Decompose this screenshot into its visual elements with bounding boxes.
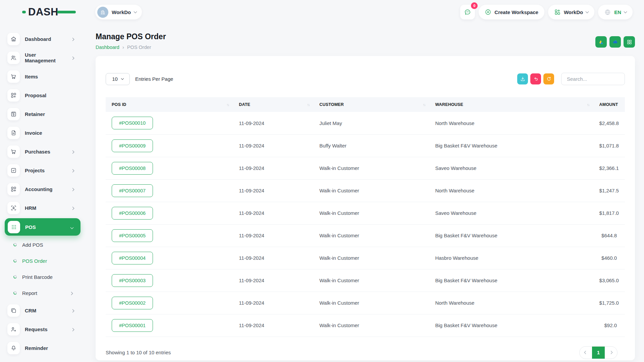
sidebar-item-dashboard[interactable]: Dashboard xyxy=(0,29,87,48)
date-cell: 11-09-2024 xyxy=(233,247,313,269)
amount-cell: $1,247.5 xyxy=(593,179,625,202)
create-workspace-button[interactable]: Create Workspace xyxy=(479,5,544,19)
chevron-right-icon xyxy=(609,351,613,354)
sidebar-item-accounting[interactable]: Accounting xyxy=(0,180,87,198)
sidebar-item-reminder[interactable]: Reminder xyxy=(0,339,87,357)
user-plus-icon xyxy=(10,326,17,333)
previous-page-button[interactable] xyxy=(580,347,592,359)
chevron-down-icon xyxy=(586,10,589,13)
reset-button[interactable] xyxy=(530,73,541,84)
customer-cell: Walk-in Customer xyxy=(313,314,429,337)
amount-cell: $1,817.0 xyxy=(593,202,625,224)
pos-id-button[interactable]: #POS00005 xyxy=(112,229,153,242)
table-header-row: POS ID↑↓ DATE↑↓ CUSTOMER↑↓ WAREHOUSE↑↓ A… xyxy=(106,97,625,112)
pos-id-button[interactable]: #POS00007 xyxy=(112,184,153,197)
sidebar-item-invoice[interactable]: Invoice xyxy=(0,123,87,142)
column-header-date[interactable]: DATE↑↓ xyxy=(233,97,313,112)
sidebar-subitem-add-pos[interactable]: Add POS xyxy=(0,237,87,253)
onedrive-button[interactable] xyxy=(609,36,621,48)
column-header-warehouse[interactable]: WAREHOUSE↑↓ xyxy=(429,97,593,112)
table-row: #POS00010 11-09-2024 Juliet May North Wa… xyxy=(106,112,625,134)
date-cell: 11-09-2024 xyxy=(233,202,313,224)
sidebar-subitem-report[interactable]: Report xyxy=(0,285,87,301)
user-scan-icon xyxy=(10,205,17,211)
refresh-button[interactable] xyxy=(543,73,554,84)
top-header: DASH WorkDo 0 Create Workspace xyxy=(0,0,644,24)
column-header-pos-id[interactable]: POS ID↑↓ xyxy=(106,97,233,112)
dots-grid-icon xyxy=(11,224,17,230)
column-header-customer[interactable]: CUSTOMER↑↓ xyxy=(313,97,429,112)
brand-logo[interactable]: DASH xyxy=(0,6,87,18)
date-cell: 11-09-2024 xyxy=(233,224,313,247)
pos-id-button[interactable]: #POS00004 xyxy=(112,252,153,264)
grid-view-button[interactable] xyxy=(624,36,635,48)
sidebar-item-requests[interactable]: Requests xyxy=(0,320,87,339)
chevron-right-icon xyxy=(71,169,74,173)
current-page-button[interactable]: 1 xyxy=(592,347,605,359)
table-row: #POS00004 11-09-2024 Walk-in Customer Ha… xyxy=(106,247,625,269)
sidebar-item-user-management[interactable]: User Management xyxy=(0,48,87,67)
pos-id-button[interactable]: #POS00010 xyxy=(112,117,153,129)
sidebar-item-projects[interactable]: Projects xyxy=(0,161,87,180)
grid-plus-icon xyxy=(10,186,17,192)
entries-per-page-label: Entries Per Page xyxy=(135,76,173,82)
warehouse-cell: Saveo Warehouse xyxy=(429,202,593,224)
undo-icon xyxy=(533,76,539,82)
sidebar-item-crm[interactable]: CRM xyxy=(0,301,87,320)
chevron-right-icon xyxy=(71,150,74,154)
date-cell: 11-09-2024 xyxy=(233,179,313,202)
bullet-icon xyxy=(13,243,17,247)
workspace-chip[interactable]: WorkDo xyxy=(95,5,142,19)
sidebar-subitem-print-barcode[interactable]: Print Barcode xyxy=(0,269,87,285)
sidebar-item-retainer[interactable]: Retainer xyxy=(0,105,87,123)
google-drive-button[interactable] xyxy=(595,36,607,48)
sidebar-item-hrm[interactable]: HRM xyxy=(0,198,87,217)
grid-plus-icon xyxy=(554,9,561,15)
pos-id-button[interactable]: #POS00001 xyxy=(112,319,153,332)
table-body: #POS00010 11-09-2024 Juliet May North Wa… xyxy=(106,112,625,337)
pos-id-button[interactable]: #POS00006 xyxy=(112,207,153,220)
workspace-switcher-button[interactable]: WorkDo xyxy=(548,5,594,19)
warehouse-cell: Big Basket F&V Warehouse xyxy=(429,134,593,157)
customer-cell: Walk-in Customer xyxy=(313,157,429,179)
page-title: Manage POS Order xyxy=(96,32,166,41)
create-workspace-label: Create Workspace xyxy=(494,9,538,15)
sidebar-item-proposal[interactable]: Proposal xyxy=(0,86,87,105)
workspace-avatar xyxy=(97,7,108,18)
table-row: #POS00006 11-09-2024 Walk-in Customer Sa… xyxy=(106,202,625,224)
table-row: #POS00003 11-09-2024 Walk-in Customer Bi… xyxy=(106,269,625,292)
entries-per-page-select[interactable]: 10 xyxy=(106,73,130,85)
pos-id-button[interactable]: #POS00002 xyxy=(112,297,153,309)
amount-cell: $1,071.8 xyxy=(593,134,625,157)
amount-cell: $2,458.8 xyxy=(593,112,625,134)
cart-icon xyxy=(10,73,17,80)
amount-cell: $644.8 xyxy=(593,224,625,247)
breadcrumb-dashboard-link[interactable]: Dashboard xyxy=(96,45,119,50)
chevron-right-icon xyxy=(71,38,74,41)
messages-button[interactable]: 0 xyxy=(460,5,475,19)
logo-text: DASH xyxy=(28,6,58,18)
sidebar-item-purchases[interactable]: Purchases xyxy=(0,142,87,161)
pos-id-button[interactable]: #POS00008 xyxy=(112,162,153,175)
date-cell: 11-09-2024 xyxy=(233,157,313,179)
pos-id-button[interactable]: #POS00003 xyxy=(112,274,153,287)
export-button[interactable] xyxy=(517,73,528,84)
column-header-amount[interactable]: AMOUNT xyxy=(593,97,625,112)
invoice-icon xyxy=(10,130,17,136)
next-page-button[interactable] xyxy=(605,347,617,359)
sidebar-item-items[interactable]: Items xyxy=(0,67,87,86)
language-selector[interactable]: EN xyxy=(598,5,633,19)
chevron-right-icon xyxy=(70,292,73,295)
pos-id-button[interactable]: #POS00009 xyxy=(112,139,153,152)
search-input[interactable] xyxy=(561,73,625,85)
chevron-right-icon xyxy=(71,57,74,60)
sidebar-item-pos[interactable]: POS xyxy=(5,218,80,236)
sidebar-subitem-pos-order[interactable]: POS Order xyxy=(0,253,87,269)
breadcrumb: Dashboard › POS Order xyxy=(96,44,166,50)
sidebar: Dashboard User Management Items Proposal… xyxy=(0,24,87,362)
chevron-down-icon xyxy=(121,77,124,80)
language-code: EN xyxy=(614,9,621,15)
table-row: #POS00005 11-09-2024 Walk-in Customer Bi… xyxy=(106,224,625,247)
bullet-icon xyxy=(13,275,17,279)
sort-icon: ↑↓ xyxy=(307,103,309,107)
